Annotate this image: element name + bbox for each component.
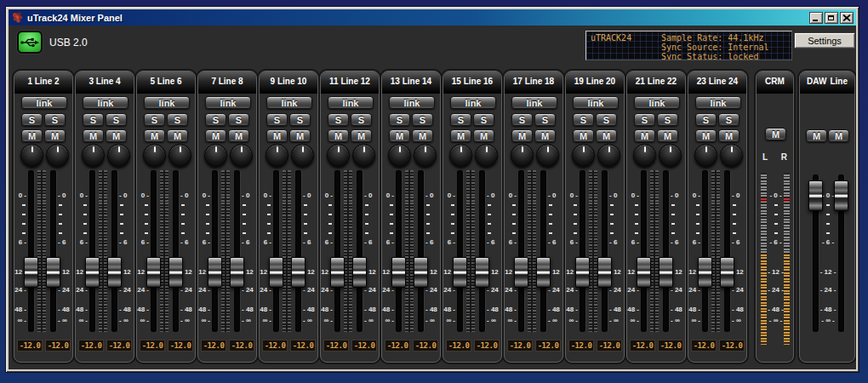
fader-scale-left: 0 6 12 24 48 ∞ xyxy=(260,71,272,362)
fader-handle-left[interactable] xyxy=(208,257,222,288)
fader-handle-left[interactable] xyxy=(575,257,590,288)
sample-rate-line: Sample Rate:44.1kHz xyxy=(661,33,768,43)
channel-meter xyxy=(528,170,536,332)
fader-track-right[interactable] xyxy=(479,170,485,332)
daw-fader-handle-right[interactable] xyxy=(834,180,848,211)
fader-track-right[interactable] xyxy=(295,170,301,332)
fader-scale-right: 0 6 12 24 48 ∞ xyxy=(486,71,502,362)
channel-strip: 5 Line 6 link S S M M 0 6 12 24 48 ∞ 0 6… xyxy=(136,71,196,363)
fader-handle-right[interactable] xyxy=(168,257,183,288)
fader-handle-left[interactable] xyxy=(514,257,528,288)
close-icon xyxy=(842,14,851,21)
channel-meter xyxy=(589,170,597,332)
fader-track-left[interactable] xyxy=(334,170,340,332)
fader-scale-right: 0 6 12 24 48 ∞ xyxy=(425,71,441,362)
fader-value-right: -12.0 xyxy=(535,340,561,352)
fader-track-left[interactable] xyxy=(580,170,585,332)
maximize-icon xyxy=(828,15,834,20)
fader-track-right[interactable] xyxy=(234,170,240,332)
fader-track-left[interactable] xyxy=(702,170,708,332)
channel-meter xyxy=(711,170,720,332)
mixer-content: USB 2.0 uTRACK24 Sample Rate:44.1kHz Syn… xyxy=(9,26,856,369)
channel-meter xyxy=(160,170,168,332)
status-display: uTRACK24 Sample Rate:44.1kHz Sync Source… xyxy=(585,31,792,60)
fader-handle-right[interactable] xyxy=(659,257,673,288)
daw-fader-handle-left[interactable] xyxy=(808,180,823,211)
fader-handle-left[interactable] xyxy=(453,257,467,288)
fader-handle-left[interactable] xyxy=(146,257,161,288)
fader-track-left[interactable] xyxy=(518,170,524,332)
fader-scale-right: 0 6 12 24 48 ∞ xyxy=(547,71,563,362)
fader-track-right[interactable] xyxy=(418,170,424,332)
fader-track-left[interactable] xyxy=(273,170,279,332)
desktop: { "window": { "title": "uTrack24 Mixer P… xyxy=(0,0,868,383)
knob-pointer-icon xyxy=(522,146,523,152)
fader-scale-right: 0 6 12 24 48 ∞ xyxy=(118,71,134,362)
sync-status-line: Sync Status:locked xyxy=(661,52,768,60)
fader-value-right: -12.0 xyxy=(168,340,193,352)
channel-strip: 7 Line 8 link S S M M 0 6 12 24 48 ∞ 0 6… xyxy=(197,71,257,363)
channel-strip: 19 Line 20 link S S M M 0 6 12 24 48 ∞ 0… xyxy=(565,71,625,363)
fader-track-right[interactable] xyxy=(111,170,117,332)
fader-handle-right[interactable] xyxy=(107,257,122,288)
minimize-button[interactable] xyxy=(809,12,823,24)
channel-meter xyxy=(344,170,352,332)
channel-meter xyxy=(405,170,414,332)
app-icon xyxy=(11,11,24,24)
fader-handle-right[interactable] xyxy=(352,257,367,288)
fader-track-left[interactable] xyxy=(212,170,218,332)
crm-strip: CRM M L R 0 6 12 24 48 ∞ xyxy=(756,71,794,363)
fader-handle-right[interactable] xyxy=(230,257,244,288)
fader-handle-right[interactable] xyxy=(597,257,612,288)
fader-handle-left[interactable] xyxy=(698,257,712,288)
fader-value-right: -12.0 xyxy=(597,340,622,352)
fader-handle-right[interactable] xyxy=(720,257,734,288)
fader-track-right[interactable] xyxy=(357,170,363,332)
fader-handle-left[interactable] xyxy=(637,257,651,288)
fader-track-right[interactable] xyxy=(540,170,546,332)
channel-strip: 23 Line 24 link S S M M 0 6 12 24 48 ∞ 0… xyxy=(688,71,747,363)
channel-name: 7 Line 8 xyxy=(211,77,243,86)
fader-handle-left[interactable] xyxy=(24,257,38,288)
maximize-button[interactable] xyxy=(825,12,838,24)
fader-track-left[interactable] xyxy=(28,170,34,332)
knob-pointer-icon xyxy=(93,146,94,152)
channel-name: 3 Line 4 xyxy=(89,77,120,86)
settings-button[interactable]: Settings xyxy=(794,32,855,49)
channel-strip: 9 Line 10 link S S M M 0 6 12 24 48 ∞ 0 … xyxy=(259,71,318,363)
fader-handle-right[interactable] xyxy=(46,257,60,288)
knob-pointer-icon xyxy=(644,146,646,152)
fader-value-right: -12.0 xyxy=(229,340,254,352)
close-button[interactable] xyxy=(840,12,854,24)
fader-handle-left[interactable] xyxy=(330,257,345,288)
channel-name: 5 Line 6 xyxy=(150,77,181,86)
fader-scale-left: 0 6 12 24 48 ∞ xyxy=(137,71,150,362)
fader-scale-right: 0 6 12 24 48 ∞ xyxy=(57,71,73,362)
fader-track-left[interactable] xyxy=(151,170,157,332)
fader-handle-left[interactable] xyxy=(85,257,100,288)
fader-value-left: -12.0 xyxy=(140,340,165,352)
fader-track-right[interactable] xyxy=(663,170,669,332)
fader-handle-left[interactable] xyxy=(269,257,283,288)
fader-track-left[interactable] xyxy=(89,170,95,332)
fader-track-right[interactable] xyxy=(50,170,56,332)
fader-track-right[interactable] xyxy=(173,170,179,332)
fader-track-left[interactable] xyxy=(457,170,463,332)
fader-handle-left[interactable] xyxy=(391,257,406,288)
channel-meter xyxy=(650,170,659,332)
fader-track-right[interactable] xyxy=(602,170,608,332)
fader-value-left: -12.0 xyxy=(201,340,226,352)
title-bar[interactable]: uTrack24 Mixer Panel xyxy=(9,9,856,26)
fader-scale-left: 0 6 12 24 48 ∞ xyxy=(505,71,517,362)
fader-handle-right[interactable] xyxy=(291,257,306,288)
fader-track-left[interactable] xyxy=(396,170,402,332)
fader-handle-right[interactable] xyxy=(475,257,489,288)
fader-handle-right[interactable] xyxy=(414,257,428,288)
knob-pointer-icon xyxy=(705,146,707,152)
channel-strip: 1 Line 2 link S S M M 0 6 12 24 48 ∞ 0 6… xyxy=(14,71,73,363)
fader-track-left[interactable] xyxy=(641,170,647,332)
fader-handle-right[interactable] xyxy=(536,257,551,288)
fader-value-left: -12.0 xyxy=(446,340,471,352)
fader-track-right[interactable] xyxy=(724,170,730,332)
channel-strip: 3 Line 4 link S S M M 0 6 12 24 48 ∞ 0 6… xyxy=(75,71,134,363)
